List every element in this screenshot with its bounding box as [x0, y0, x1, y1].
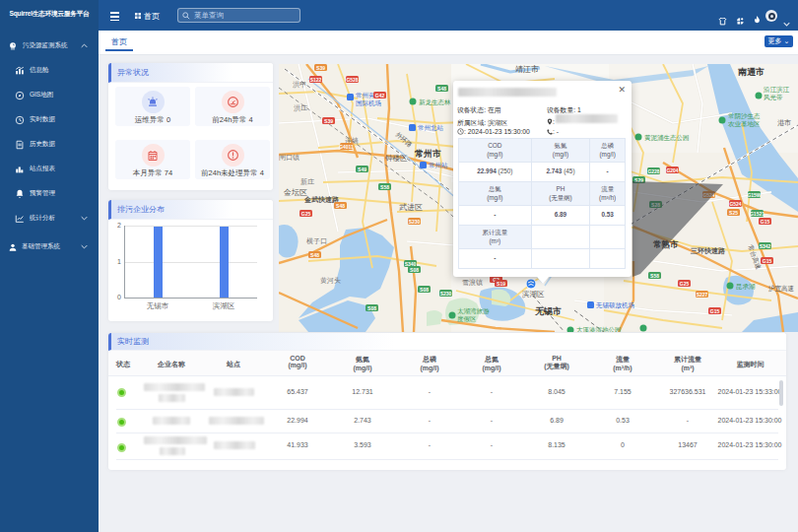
- svg-text:南通市: 南通市: [738, 67, 765, 77]
- svg-text:S122: S122: [310, 77, 322, 83]
- svg-text:G15: G15: [761, 219, 770, 225]
- svg-text:横子口: 横子口: [306, 237, 327, 245]
- svg-text:常阴沙生态: 常阴沙生态: [728, 112, 761, 120]
- svg-text:S48: S48: [336, 203, 345, 209]
- svg-text:G25: G25: [680, 281, 690, 287]
- svg-text:农业基地区: 农业基地区: [727, 120, 761, 127]
- svg-text:S25: S25: [729, 210, 738, 216]
- svg-text:洪庄: 洪庄: [294, 104, 307, 112]
- svg-text:G228: G228: [647, 168, 659, 174]
- svg-text:黄泥浦生态公园: 黄泥浦生态公园: [644, 134, 690, 142]
- svg-text:闸口镇: 闸口镇: [279, 154, 299, 162]
- svg-text:大溪港湿地公园: 大溪港湿地公园: [576, 326, 622, 332]
- svg-text:滨湖区: 滨湖区: [522, 290, 545, 299]
- svg-text:S230: S230: [440, 291, 452, 297]
- svg-text:S342: S342: [760, 243, 771, 249]
- svg-text:S48: S48: [310, 252, 319, 258]
- svg-text:国际机场: 国际机场: [356, 100, 381, 107]
- svg-text:S08: S08: [367, 305, 376, 311]
- svg-text:S227: S227: [697, 292, 708, 298]
- svg-text:G15W: G15W: [747, 192, 761, 198]
- svg-text:G25: G25: [301, 211, 311, 217]
- svg-text:新龙生态林: 新龙生态林: [419, 99, 451, 105]
- svg-text:S48: S48: [437, 86, 446, 92]
- svg-text:G528: G528: [346, 77, 358, 83]
- svg-text:港市: 港市: [777, 118, 791, 127]
- svg-text:S58: S58: [380, 184, 389, 190]
- svg-text:太湖湾旅游: 太湖湾旅游: [457, 307, 490, 315]
- svg-text:S49: S49: [358, 166, 366, 172]
- svg-text:G15: G15: [763, 258, 772, 264]
- svg-text:常州市: 常州市: [415, 149, 441, 159]
- svg-text:钟楼区: 钟楼区: [384, 154, 408, 163]
- svg-text:风光带: 风光带: [764, 94, 783, 101]
- svg-text:昆承湖: 昆承湖: [736, 283, 756, 291]
- svg-text:G204: G204: [666, 167, 678, 173]
- svg-text:G42: G42: [375, 93, 385, 99]
- svg-text:黄河头: 黄河头: [320, 277, 341, 285]
- svg-text:度假区: 度假区: [457, 315, 477, 323]
- svg-text:S08: S08: [410, 267, 419, 273]
- svg-text:S08: S08: [420, 287, 429, 293]
- svg-text:雪浪镇: 雪浪镇: [462, 279, 483, 287]
- svg-text:S230: S230: [409, 219, 421, 225]
- svg-text:无锡硕放机场: 无锡硕放机场: [596, 301, 634, 309]
- svg-text:G15: G15: [710, 308, 720, 314]
- svg-text:常州北站: 常州北站: [418, 124, 444, 132]
- svg-text:沿江滨江: 沿江滨江: [763, 86, 790, 94]
- svg-text:沪宜高速: 沪宜高速: [768, 285, 794, 293]
- svg-text:无锡市: 无锡市: [534, 306, 562, 316]
- svg-text:S39: S39: [324, 118, 333, 124]
- svg-text:常州站: 常州站: [429, 162, 448, 169]
- svg-text:武进区: 武进区: [399, 203, 423, 212]
- svg-text:三环快速路: 三环快速路: [691, 247, 726, 255]
- svg-text:S39: S39: [316, 65, 325, 71]
- svg-text:靖江市: 靖江市: [515, 65, 539, 74]
- svg-text:G4011: G4011: [339, 144, 354, 150]
- svg-text:洪甲: 洪甲: [293, 81, 306, 89]
- svg-text:新庄: 新庄: [300, 177, 314, 185]
- svg-text:G524: G524: [729, 201, 741, 207]
- svg-text:S58: S58: [650, 273, 659, 279]
- svg-text:S19: S19: [497, 281, 505, 287]
- svg-text:G1521: G1521: [750, 211, 765, 217]
